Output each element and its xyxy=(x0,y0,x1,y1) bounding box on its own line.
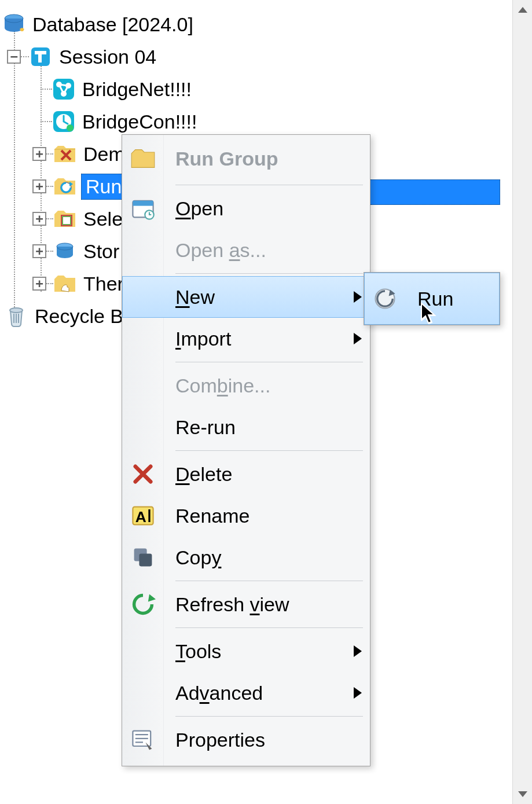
run-circle-icon xyxy=(372,286,398,311)
menu-combine: Combine... xyxy=(122,365,370,406)
tree-item-label: Dem xyxy=(81,142,127,166)
session-icon xyxy=(29,45,52,68)
menu-label: Combine... xyxy=(175,375,270,397)
expand-toggle[interactable]: + xyxy=(32,244,46,258)
properties-icon xyxy=(130,727,156,752)
selection-extent xyxy=(370,179,500,205)
menu-label: Run xyxy=(417,288,453,310)
tree-line xyxy=(46,218,53,219)
tree-session-label: Session 04 xyxy=(57,45,159,69)
calendar-open-icon xyxy=(130,196,156,221)
tree-line xyxy=(46,186,53,187)
chevron-down-icon xyxy=(518,791,527,797)
menu-separator xyxy=(175,627,363,628)
menu-refresh-view[interactable]: Refresh view xyxy=(122,583,370,625)
menu-open[interactable]: Open xyxy=(122,188,370,229)
submenu-arrow-icon xyxy=(354,645,362,657)
folder-hand-icon xyxy=(53,272,76,295)
submenu-new: Run xyxy=(364,272,500,325)
menu-label: Import xyxy=(175,328,231,350)
menu-separator xyxy=(175,450,363,451)
tree-root-label: Database [2024.0] xyxy=(30,13,196,36)
menu-separator xyxy=(175,581,363,581)
menu-delete[interactable]: Delete xyxy=(122,453,370,495)
menu-label: Tools xyxy=(175,640,221,663)
submenu-arrow-icon xyxy=(354,687,362,699)
folder-select-icon xyxy=(53,207,76,230)
svg-point-16 xyxy=(10,308,23,313)
menu-label: Rename xyxy=(175,505,250,527)
rename-icon: A xyxy=(130,503,156,528)
chevron-up-icon xyxy=(518,7,527,13)
menu-label: Copy xyxy=(175,546,221,569)
tree-line xyxy=(46,251,53,252)
menu-label: Run Group xyxy=(175,148,278,170)
tree-item-bridgenet[interactable]: BridgeNet!!!! xyxy=(0,73,532,105)
menu-import[interactable]: Import xyxy=(122,318,370,359)
menu-label: Advanced xyxy=(175,682,263,704)
network-icon xyxy=(52,78,75,101)
scroll-up-button[interactable] xyxy=(513,0,532,20)
tree-item-label: Ther xyxy=(81,272,126,296)
tree-item-label: Sele xyxy=(81,207,125,231)
menu-label: Delete xyxy=(175,463,232,486)
menu-separator xyxy=(175,273,363,274)
menu-rename[interactable]: A Rename xyxy=(122,495,370,537)
menu-separator xyxy=(175,185,363,185)
menu-separator xyxy=(175,362,363,362)
clock-icon xyxy=(52,110,75,133)
submenu-run[interactable]: Run xyxy=(364,273,500,325)
recycle-bin-icon xyxy=(5,304,28,328)
delete-x-icon xyxy=(130,461,156,487)
refresh-icon xyxy=(130,592,156,617)
menu-rerun[interactable]: Re-run xyxy=(122,406,370,448)
submenu-arrow-icon xyxy=(354,333,362,344)
tree-line xyxy=(46,283,53,284)
menu-label: Properties xyxy=(175,729,265,751)
database-icon xyxy=(2,13,25,36)
submenu-arrow-icon xyxy=(354,291,362,303)
tree-item-label: BridgeNet!!!! xyxy=(80,78,194,101)
expand-toggle[interactable]: + xyxy=(32,179,46,193)
menu-separator xyxy=(175,716,363,717)
tree-item-bridgecon[interactable]: BridgeCon!!!! xyxy=(0,105,532,138)
svg-text:A: A xyxy=(135,508,146,526)
tree-item-label: Stor xyxy=(81,240,122,263)
tree-item-label: Run xyxy=(81,174,126,200)
svg-point-10 xyxy=(67,124,74,131)
svg-rect-24 xyxy=(139,553,152,566)
tree-line xyxy=(21,56,29,57)
tree-root[interactable]: Database [2024.0] xyxy=(0,8,532,41)
menu-label: Refresh view xyxy=(175,593,289,616)
tree-session[interactable]: − Session 04 xyxy=(0,41,532,73)
expand-toggle[interactable]: + xyxy=(32,212,46,226)
menu-tools[interactable]: Tools xyxy=(122,630,370,672)
context-menu: Run Group Open Open as... New Import Com… xyxy=(122,134,370,766)
folder-run-icon xyxy=(53,175,76,198)
tree-line xyxy=(46,153,53,155)
vertical-scrollbar[interactable] xyxy=(512,0,532,804)
tree-line xyxy=(41,89,52,90)
menu-open-as: Open as... xyxy=(122,229,370,271)
svg-marker-25 xyxy=(148,594,156,601)
menu-label: New xyxy=(175,286,215,309)
collapse-toggle[interactable]: − xyxy=(7,50,21,64)
menu-advanced[interactable]: Advanced xyxy=(122,672,370,714)
expand-toggle[interactable]: + xyxy=(32,147,46,161)
menu-properties[interactable]: Properties xyxy=(122,719,370,761)
tree-item-label: BridgeCon!!!! xyxy=(80,110,199,134)
tree-line xyxy=(41,121,52,122)
expand-toggle[interactable]: + xyxy=(32,277,46,291)
folder-dem-icon xyxy=(53,142,76,166)
menu-copy[interactable]: Copy xyxy=(122,537,370,578)
copy-icon xyxy=(130,545,156,570)
tree-item-label: Recycle Bi xyxy=(32,304,130,328)
folder-icon xyxy=(130,146,156,171)
scroll-down-button[interactable] xyxy=(513,784,532,804)
menu-label: Open xyxy=(175,197,223,220)
menu-run-group: Run Group xyxy=(122,135,370,182)
menu-label: Open as... xyxy=(175,239,266,262)
store-cylinder-icon xyxy=(53,240,76,263)
menu-new[interactable]: New xyxy=(122,276,370,318)
menu-label: Re-run xyxy=(175,416,236,439)
